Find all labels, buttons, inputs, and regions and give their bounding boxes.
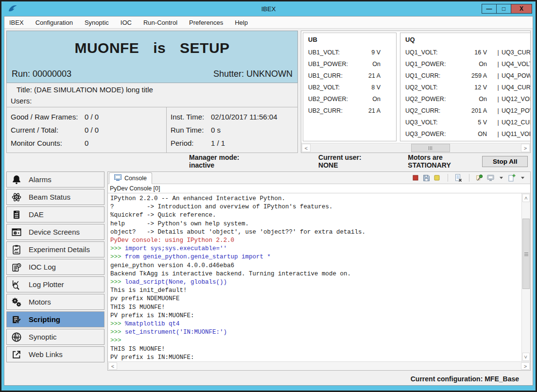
sidebar-item-web-links[interactable]: Web Links — [6, 346, 104, 362]
sidebar-item-alarms[interactable]: Alarms — [6, 171, 104, 187]
experiment-title: Title: (DAE SIMULATION MODE) long title — [11, 85, 294, 94]
console-line: PV prefix is IN:MUONFE: — [110, 354, 521, 361]
ub-group-title: UB — [308, 36, 391, 47]
pv-horizontal-scrollbar[interactable]: < > — [301, 143, 530, 153]
sidebar-item-ioc-log[interactable]: IOC Log — [6, 259, 104, 275]
sidebar-item-experiment-details[interactable]: Experiment Details — [6, 241, 104, 257]
experiment-users: Users: — [11, 97, 294, 105]
scripting-icon — [11, 314, 22, 325]
sidebar-item-motors[interactable]: Motors — [6, 294, 104, 310]
menu-item[interactable]: IOC — [121, 19, 132, 26]
console-body[interactable]: IPython 2.2.0 -- An enhanced Interactive… — [108, 193, 530, 361]
counter-row: Current / Total: 0 / 0 — [11, 123, 162, 136]
experiment-details-icon — [11, 244, 22, 256]
shutter-status: Shutter: UNKNOWN — [213, 69, 293, 79]
external-link-icon — [11, 349, 22, 360]
console-line: PyDev console: using IPython 2.2.0 — [110, 237, 521, 245]
terminate-icon[interactable] — [412, 173, 419, 182]
pv-monitor-panel: UB UB1_VOLT: 9 V UB1_POWER: On UB1_CURR: — [301, 31, 531, 153]
console-line: %quickref -> Quick reference. — [110, 211, 521, 220]
pv-row: UB1_CURR: 21 A — [308, 70, 391, 82]
run-number: Run: 00000003 — [12, 69, 71, 79]
close-button[interactable]: X — [511, 4, 532, 14]
scroll-down-icon[interactable]: > — [522, 353, 530, 361]
uq-group-title: UQ — [405, 36, 531, 47]
console-line: genie_python version 4.0.0.d46eba6 — [110, 262, 521, 270]
bottom-section: Alarms Beam Status DAE Device Screens Ex… — [4, 170, 533, 373]
scroll-lock-icon[interactable] — [433, 173, 441, 182]
counter-row: Monitor Counts: 0 — [11, 136, 162, 150]
sidebar-item-scripting[interactable]: Scripting — [6, 311, 104, 327]
console-line: THIS IS MUONFE! — [110, 304, 521, 312]
console-line: ? -> Introduction and overview of IPytho… — [110, 203, 521, 211]
console-line: help -> Python's own help system. — [110, 220, 521, 228]
atom-icon — [11, 191, 22, 203]
scroll-right-icon[interactable]: > — [521, 362, 530, 370]
maximize-button[interactable]: □ — [496, 4, 511, 14]
globe-icon — [11, 331, 22, 343]
console-line: object? -> Details about 'object', use '… — [110, 228, 521, 237]
bell-icon — [11, 174, 22, 186]
console-line: >>> %matplotlib qt4 — [110, 320, 521, 328]
console-line: PV prefix is IN:MUONFE: — [110, 312, 521, 320]
pv-row: UQ2_CURR: 201 A | UQ12_POWER: — [405, 105, 531, 117]
menu-bar: IBEXConfigurationSynopticIOCRun-ControlP… — [4, 17, 533, 29]
scrollbar-thumb[interactable] — [411, 144, 450, 152]
gears-icon — [11, 296, 22, 308]
sidebar-item-dae[interactable]: DAE — [6, 206, 104, 222]
menu-item[interactable]: IBEX — [9, 19, 24, 26]
open-console-icon[interactable] — [508, 173, 516, 182]
pv-row: UQ1_VOLT: 16 V | UQ3_CURR: — [405, 47, 531, 58]
sidebar-item-device-screens[interactable]: Device Screens — [6, 224, 104, 240]
clear-console-icon[interactable] — [454, 173, 462, 182]
menu-item[interactable]: Help — [235, 19, 248, 26]
pv-row: UQ1_CURR: 259 A | UQ4_POWER: — [405, 70, 531, 82]
run-state-banner: MUONFE is SETUP Run: 00000003 Shutter: U… — [6, 31, 298, 83]
status-row: Manager mode: inactive Current user: NON… — [4, 153, 533, 170]
menu-item[interactable]: Synoptic — [85, 19, 109, 26]
sidebar-item-synoptic[interactable]: Synoptic — [6, 329, 104, 345]
experiment-info-box: Title: (DAE SIMULATION MODE) long title … — [6, 83, 298, 107]
console-output[interactable]: IPython 2.2.0 -- An enhanced Interactive… — [108, 193, 521, 361]
uq-group-box: UQ UQ1_VOLT: 16 V | UQ3_CURR: UQ1_POWER:… — [400, 33, 531, 141]
menu-item[interactable]: Preferences — [189, 19, 223, 26]
sidebar-item-beam-status[interactable]: Beam Status — [6, 189, 104, 205]
scroll-left-icon[interactable]: < — [108, 362, 117, 370]
console-line: pv prefix NDEMUONFE — [110, 295, 521, 303]
console-line: IPython 2.2.0 -- An enhanced Interactive… — [110, 195, 521, 203]
stop-all-button[interactable]: Stop All — [482, 156, 528, 167]
console-line: >>> load_script(None, globals()) — [110, 278, 521, 287]
minimize-button[interactable]: — — [482, 4, 497, 14]
console-tab-icon — [114, 174, 121, 183]
save-console-icon[interactable] — [422, 173, 430, 182]
pv-row: UQ2_VOLT: 12 V | UQ4_CURR: — [405, 82, 531, 93]
device-screens-icon — [11, 226, 22, 238]
ioc-log-icon — [11, 261, 22, 273]
caret-down-icon[interactable] — [519, 173, 526, 182]
current-user-status: Current user: NONE — [318, 153, 379, 169]
dae-icon — [11, 209, 22, 221]
tab-console[interactable]: Console — [109, 172, 152, 184]
pv-row: UB1_POWER: On — [308, 58, 391, 70]
console-vertical-scrollbar[interactable]: > > — [521, 193, 530, 361]
scrollbar-thumb[interactable] — [522, 219, 530, 289]
timing-row: Inst. Time: 02/10/2017 11:56:04 — [171, 110, 294, 123]
timing-row: Run Time: 0 s — [171, 123, 294, 136]
scroll-up-icon[interactable]: > — [522, 194, 530, 202]
console-panel: Console PyDev Console [0] IPython 2.2.0 … — [107, 171, 531, 371]
window-title: IBEX — [4, 5, 533, 13]
instrument-state-headline: MUONFE is SETUP — [7, 40, 297, 56]
display-console-icon[interactable] — [486, 173, 494, 182]
pv-row: UQ3_POWER: ON | UQ11_VOLT: — [405, 128, 531, 140]
console-line: THIS IS MUONFE! — [110, 345, 521, 354]
console-horizontal-scrollbar[interactable]: < > — [108, 361, 530, 370]
scroll-right-icon[interactable]: > — [521, 144, 530, 152]
pin-console-icon[interactable] — [476, 173, 484, 182]
menu-item[interactable]: Run-Control — [143, 19, 177, 26]
caret-down-icon[interactable] — [497, 173, 505, 182]
menu-item[interactable]: Configuration — [35, 19, 73, 26]
pv-row: UQ3_VOLT: 5 V | UQ12_CURR: — [405, 117, 531, 128]
scroll-left-icon[interactable]: < — [302, 144, 311, 152]
pv-row: UB2_CURR: 21 A — [308, 105, 391, 117]
sidebar-item-log-plotter[interactable]: Log Plotter — [6, 276, 104, 292]
